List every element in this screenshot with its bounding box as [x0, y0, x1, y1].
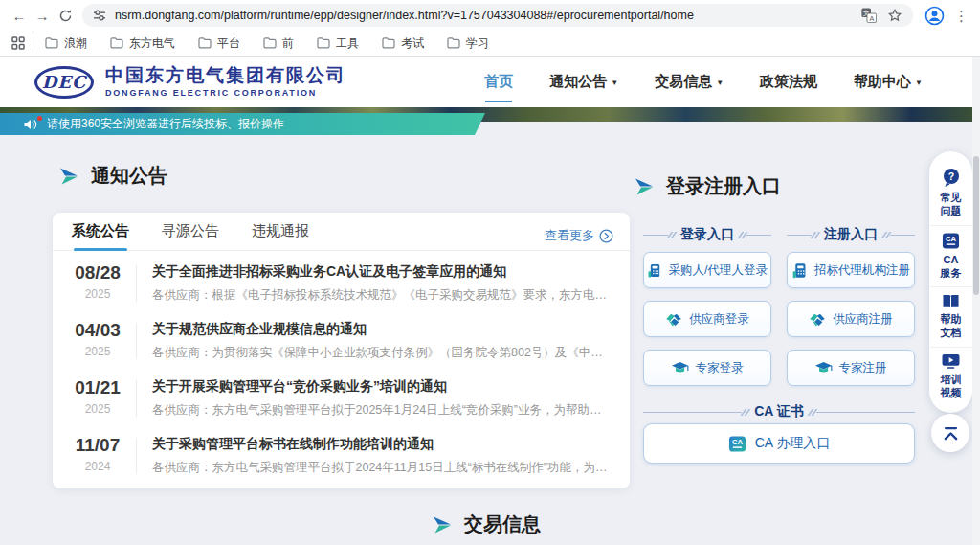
bookmark-folder[interactable]: 平台 — [198, 35, 240, 52]
dec-logo-icon: DEC — [34, 66, 94, 99]
item-divider — [136, 323, 137, 359]
bookmark-folder[interactable]: 考试 — [382, 35, 424, 52]
register-expert-button[interactable]: 专家注册 — [787, 350, 915, 386]
item-summary: 各供应商：东方电气采购管理平台拟于2025年1月24日上线“竞价采购”业务，为帮… — [152, 402, 611, 419]
list-item[interactable]: 11/07 2024 关于采购管理平台标书在线制作功能培训的通知 各供应商：东方… — [53, 426, 630, 484]
forward-button[interactable]: → — [31, 4, 54, 27]
float-item-ca-service[interactable]: CA CA 服务 — [929, 225, 972, 287]
bookmark-label: 考试 — [401, 35, 424, 52]
scrollbar-thumb[interactable] — [973, 156, 979, 295]
item-title[interactable]: 关于规范供应商企业规模信息的通知 — [152, 321, 611, 338]
bookmarks-bar: 浪潮 东方电气 平台 前 工具 考试 — [0, 31, 980, 56]
bookmark-label: 平台 — [217, 35, 240, 52]
announcements-tabs: 系统公告 寻源公告 违规通报 查看更多 — [53, 213, 630, 251]
bookmark-folder[interactable]: 东方电气 — [110, 35, 175, 52]
bookmark-label: 学习 — [466, 35, 489, 52]
item-date: 01/21 — [72, 378, 123, 398]
login-expert-button[interactable]: 专家登录 — [643, 350, 771, 386]
circle-arrow-right-icon — [599, 229, 613, 243]
item-title[interactable]: 关于全面推进非招标采购业务CA认证及电子签章应用的通知 — [152, 263, 611, 281]
apps-grid-icon[interactable] — [11, 36, 25, 50]
folder-icon — [198, 37, 212, 49]
nav-item-trade-info[interactable]: 交易信息 ▼ — [655, 73, 724, 91]
tab-system-notices[interactable]: 系统公告 — [72, 222, 129, 250]
float-label-line: 文档 — [941, 326, 962, 339]
nav-item-home[interactable]: 首页 — [484, 73, 513, 91]
menu-kebab-icon[interactable]: ⋮ — [954, 9, 969, 23]
site-info-icon[interactable] — [93, 9, 106, 22]
float-label-line: 问题 — [941, 204, 962, 217]
float-label-line: 视频 — [941, 386, 962, 399]
question-bubble-icon: ? — [942, 168, 961, 188]
item-summary: 各供应商：根据《电子招标投标系统技术规范》《电子采购交易规范》要求，东方电气采购… — [152, 287, 611, 304]
button-label: 供应商注册 — [833, 311, 893, 328]
chevron-down-icon: ▼ — [611, 79, 618, 87]
section-arrow-icon — [59, 168, 78, 185]
back-button[interactable]: ← — [8, 4, 31, 27]
nav-item-policies[interactable]: 政策法规 — [760, 73, 817, 91]
section-title: 交易信息 — [464, 511, 541, 537]
item-divider — [136, 380, 137, 417]
float-item-help-docs[interactable]: 帮助 文档 — [929, 286, 972, 347]
bookmark-folder[interactable]: 工具 — [317, 35, 359, 52]
section-title: 登录注册入口 — [666, 173, 781, 199]
nav-label: 通知公告 — [549, 73, 607, 91]
svg-text:CA: CA — [946, 235, 956, 243]
button-label: 供应商登录 — [689, 311, 749, 328]
float-item-training-videos[interactable]: 培训 视频 — [929, 347, 972, 407]
bookmark-star-icon[interactable] — [887, 8, 902, 23]
view-more-link[interactable]: 查看更多 — [545, 227, 613, 244]
list-item[interactable]: 01/21 2025 关于开展采购管理平台“竞价采购业务”培训的通知 各供应商：… — [53, 369, 630, 426]
back-to-top-button[interactable] — [931, 414, 969, 452]
profile-avatar-icon[interactable] — [924, 6, 945, 26]
notification-dot — [37, 116, 42, 121]
register-supplier-button[interactable]: 供应商注册 — [787, 301, 915, 337]
float-item-faq[interactable]: ? 常见 问题 — [929, 162, 972, 225]
item-date: 11/07 — [72, 436, 123, 456]
bookmark-label: 东方电气 — [129, 35, 175, 52]
nav-item-announcements[interactable]: 通知公告 ▼ — [549, 73, 618, 91]
trade-section-header: 交易信息 — [433, 511, 541, 537]
list-item[interactable]: 04/03 2025 关于规范供应商企业规模信息的通知 各供应商：为贯彻落实《保… — [53, 311, 630, 369]
login-supplier-button[interactable]: 供应商登录 — [643, 301, 771, 337]
login-buyer-agent-button[interactable]: 采购人/代理人登录 — [643, 252, 771, 288]
button-label: 招标代理机构注册 — [814, 262, 910, 279]
svg-text:?: ? — [947, 170, 953, 182]
bookmark-folder[interactable]: 前 — [263, 35, 294, 52]
button-label: CA 办理入口 — [755, 435, 831, 452]
handshake-icon — [809, 312, 826, 327]
bookmark-folder[interactable]: 浪潮 — [45, 35, 87, 52]
notice-text: 请使用360安全浏览器进行后续投标、报价操作 — [47, 116, 284, 132]
item-year: 2025 — [72, 287, 123, 301]
ca-apply-button[interactable]: CA CA 办理入口 — [643, 423, 915, 464]
reload-icon — [58, 9, 73, 23]
ca-badge-icon: CA — [942, 232, 960, 250]
nav-label: 交易信息 — [655, 73, 712, 91]
register-agency-button[interactable]: 招标代理机构注册 — [787, 252, 915, 288]
company-logo[interactable]: DEC 中国东方电气集团有限公司 DONGFANG ELECTRIC CORPO… — [34, 66, 346, 99]
site-header: DEC 中国东方电气集团有限公司 DONGFANG ELECTRIC CORPO… — [0, 57, 980, 107]
url-input[interactable]: nsrm.dongfang.com/platform/runtime/epp/d… — [82, 4, 913, 27]
item-divider — [136, 438, 137, 474]
scrollbar-track[interactable] — [972, 57, 980, 545]
translate-icon[interactable]: 文 A — [861, 8, 877, 23]
ca-badge-icon: CA — [728, 435, 746, 453]
group-label: 登录入口 — [680, 226, 734, 243]
tab-sourcing-notices[interactable]: 寻源公告 — [162, 222, 219, 250]
item-title[interactable]: 关于采购管理平台标书在线制作功能培训的通知 — [152, 436, 611, 453]
item-title[interactable]: 关于开展采购管理平台“竞价采购业务”培训的通知 — [152, 378, 611, 396]
handshake-icon — [665, 312, 682, 327]
nav-item-help-center[interactable]: 帮助中心 ▼ — [854, 73, 923, 91]
nav-label: 政策法规 — [760, 73, 817, 91]
tab-violation-reports[interactable]: 违规通报 — [252, 222, 309, 250]
list-item[interactable]: 08/28 2025 关于全面推进非招标采购业务CA认证及电子签章应用的通知 各… — [53, 254, 630, 311]
button-label: 专家登录 — [696, 360, 744, 376]
floating-help-menu: ? 常见 问题 CA CA 服务 — [929, 151, 972, 413]
item-summary: 各供应商：东方电气采购管理平台拟于2024年11月15日上线“标书在线制作”功能… — [152, 460, 611, 476]
reload-button[interactable] — [54, 4, 77, 27]
folder-icon — [317, 37, 330, 49]
folder-icon — [110, 37, 123, 49]
bookmark-folder[interactable]: 学习 — [447, 35, 489, 52]
announcements-section-header: 通知公告 — [59, 163, 167, 189]
url-text[interactable]: nsrm.dongfang.com/platform/runtime/epp/d… — [115, 9, 854, 22]
